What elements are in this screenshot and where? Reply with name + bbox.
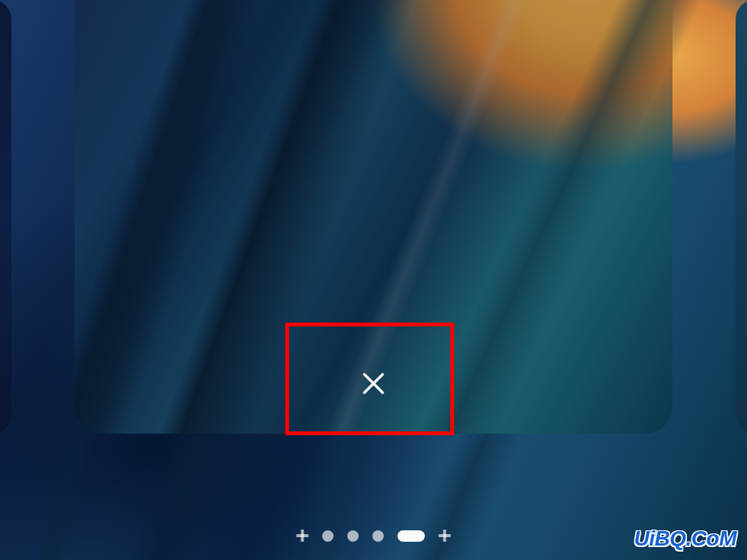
page-indicator-dot-2[interactable] [348,530,359,542]
close-icon [358,368,389,399]
page-indicator-dot-1[interactable] [323,530,334,542]
page-indicator-bar [297,530,451,542]
page-indicator-active[interactable] [398,530,425,542]
home-page-preview-next[interactable] [736,0,747,434]
delete-page-button[interactable] [358,368,389,399]
add-page-right-button[interactable] [439,530,451,542]
home-screen-editor [0,0,747,560]
plus-icon [297,530,309,542]
page-indicator-dot-3[interactable] [373,530,384,542]
watermark-text: UiBQ.CoM [634,527,736,551]
add-page-left-button[interactable] [297,530,309,542]
home-page-preview-previous[interactable] [0,0,11,434]
plus-icon [439,530,451,542]
